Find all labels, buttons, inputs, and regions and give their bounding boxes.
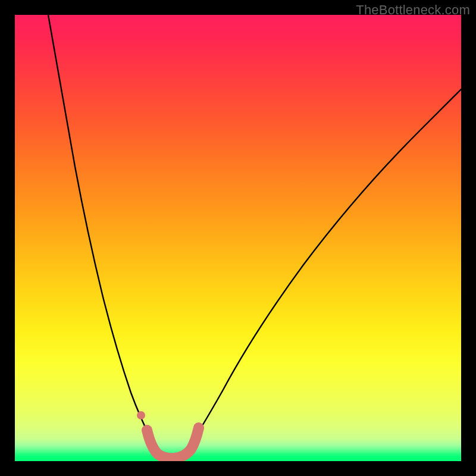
chart-frame: TheBottleneck.com — [0, 0, 476, 476]
curves-layer — [15, 15, 461, 461]
right-curve — [184, 89, 461, 455]
isolated-accent-dot — [137, 411, 145, 419]
left-curve — [48, 15, 153, 443]
valley-thick-accent — [147, 428, 199, 458]
watermark-text: TheBottleneck.com — [356, 2, 470, 18]
plot-area — [15, 15, 461, 461]
